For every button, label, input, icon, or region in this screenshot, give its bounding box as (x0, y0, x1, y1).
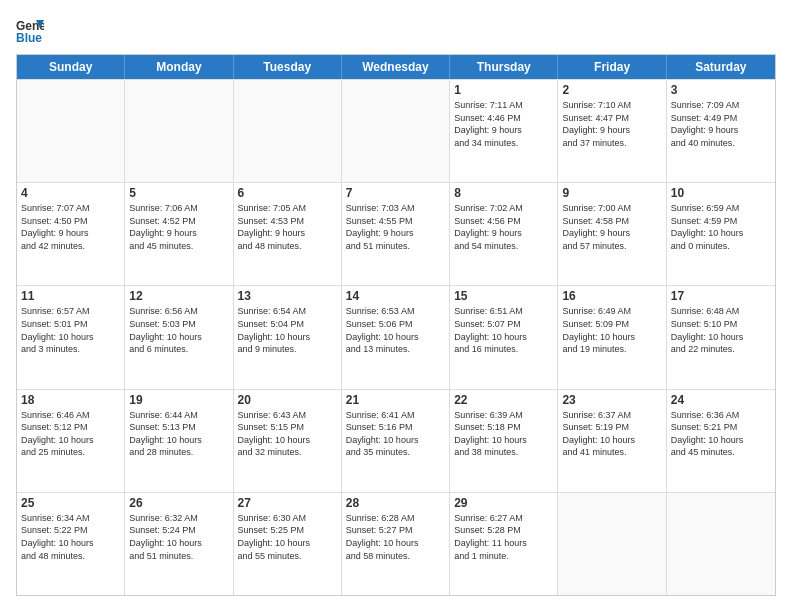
day-cell-23: 23Sunrise: 6:37 AM Sunset: 5:19 PM Dayli… (558, 390, 666, 492)
day-cell-3: 3Sunrise: 7:09 AM Sunset: 4:49 PM Daylig… (667, 80, 775, 182)
day-number: 7 (346, 186, 445, 200)
day-info: Sunrise: 6:27 AM Sunset: 5:28 PM Dayligh… (454, 512, 553, 562)
logo-icon: General Blue (16, 16, 44, 44)
calendar-row-1: 1Sunrise: 7:11 AM Sunset: 4:46 PM Daylig… (17, 79, 775, 182)
day-info: Sunrise: 6:43 AM Sunset: 5:15 PM Dayligh… (238, 409, 337, 459)
day-info: Sunrise: 7:10 AM Sunset: 4:47 PM Dayligh… (562, 99, 661, 149)
day-cell-25: 25Sunrise: 6:34 AM Sunset: 5:22 PM Dayli… (17, 493, 125, 595)
day-info: Sunrise: 6:34 AM Sunset: 5:22 PM Dayligh… (21, 512, 120, 562)
day-info: Sunrise: 6:41 AM Sunset: 5:16 PM Dayligh… (346, 409, 445, 459)
svg-text:Blue: Blue (16, 31, 42, 44)
day-info: Sunrise: 6:53 AM Sunset: 5:06 PM Dayligh… (346, 305, 445, 355)
day-cell-20: 20Sunrise: 6:43 AM Sunset: 5:15 PM Dayli… (234, 390, 342, 492)
day-number: 28 (346, 496, 445, 510)
calendar-row-2: 4Sunrise: 7:07 AM Sunset: 4:50 PM Daylig… (17, 182, 775, 285)
calendar-body: 1Sunrise: 7:11 AM Sunset: 4:46 PM Daylig… (17, 79, 775, 595)
day-number: 16 (562, 289, 661, 303)
day-cell-8: 8Sunrise: 7:02 AM Sunset: 4:56 PM Daylig… (450, 183, 558, 285)
day-cell-19: 19Sunrise: 6:44 AM Sunset: 5:13 PM Dayli… (125, 390, 233, 492)
day-cell-17: 17Sunrise: 6:48 AM Sunset: 5:10 PM Dayli… (667, 286, 775, 388)
day-cell-2: 2Sunrise: 7:10 AM Sunset: 4:47 PM Daylig… (558, 80, 666, 182)
calendar: SundayMondayTuesdayWednesdayThursdayFrid… (16, 54, 776, 596)
day-cell-28: 28Sunrise: 6:28 AM Sunset: 5:27 PM Dayli… (342, 493, 450, 595)
day-info: Sunrise: 7:03 AM Sunset: 4:55 PM Dayligh… (346, 202, 445, 252)
day-cell-7: 7Sunrise: 7:03 AM Sunset: 4:55 PM Daylig… (342, 183, 450, 285)
header: General Blue (16, 16, 776, 44)
day-cell-6: 6Sunrise: 7:05 AM Sunset: 4:53 PM Daylig… (234, 183, 342, 285)
day-number: 26 (129, 496, 228, 510)
day-info: Sunrise: 6:44 AM Sunset: 5:13 PM Dayligh… (129, 409, 228, 459)
calendar-row-4: 18Sunrise: 6:46 AM Sunset: 5:12 PM Dayli… (17, 389, 775, 492)
day-number: 29 (454, 496, 553, 510)
day-info: Sunrise: 6:51 AM Sunset: 5:07 PM Dayligh… (454, 305, 553, 355)
page: General Blue SundayMondayTuesdayWednesda… (0, 0, 792, 612)
day-info: Sunrise: 7:06 AM Sunset: 4:52 PM Dayligh… (129, 202, 228, 252)
day-number: 14 (346, 289, 445, 303)
day-cell-24: 24Sunrise: 6:36 AM Sunset: 5:21 PM Dayli… (667, 390, 775, 492)
weekday-header-friday: Friday (558, 55, 666, 79)
day-number: 20 (238, 393, 337, 407)
day-cell-13: 13Sunrise: 6:54 AM Sunset: 5:04 PM Dayli… (234, 286, 342, 388)
day-cell-1: 1Sunrise: 7:11 AM Sunset: 4:46 PM Daylig… (450, 80, 558, 182)
day-info: Sunrise: 6:59 AM Sunset: 4:59 PM Dayligh… (671, 202, 771, 252)
day-cell-15: 15Sunrise: 6:51 AM Sunset: 5:07 PM Dayli… (450, 286, 558, 388)
weekday-header-saturday: Saturday (667, 55, 775, 79)
day-number: 24 (671, 393, 771, 407)
day-cell-9: 9Sunrise: 7:00 AM Sunset: 4:58 PM Daylig… (558, 183, 666, 285)
calendar-row-3: 11Sunrise: 6:57 AM Sunset: 5:01 PM Dayli… (17, 285, 775, 388)
day-number: 25 (21, 496, 120, 510)
day-number: 27 (238, 496, 337, 510)
day-number: 5 (129, 186, 228, 200)
day-cell-29: 29Sunrise: 6:27 AM Sunset: 5:28 PM Dayli… (450, 493, 558, 595)
empty-cell-r0c0 (17, 80, 125, 182)
day-number: 4 (21, 186, 120, 200)
day-info: Sunrise: 7:09 AM Sunset: 4:49 PM Dayligh… (671, 99, 771, 149)
day-number: 22 (454, 393, 553, 407)
day-cell-27: 27Sunrise: 6:30 AM Sunset: 5:25 PM Dayli… (234, 493, 342, 595)
day-cell-26: 26Sunrise: 6:32 AM Sunset: 5:24 PM Dayli… (125, 493, 233, 595)
day-cell-4: 4Sunrise: 7:07 AM Sunset: 4:50 PM Daylig… (17, 183, 125, 285)
weekday-header-monday: Monday (125, 55, 233, 79)
day-number: 13 (238, 289, 337, 303)
day-info: Sunrise: 7:00 AM Sunset: 4:58 PM Dayligh… (562, 202, 661, 252)
day-number: 9 (562, 186, 661, 200)
day-info: Sunrise: 6:32 AM Sunset: 5:24 PM Dayligh… (129, 512, 228, 562)
day-cell-21: 21Sunrise: 6:41 AM Sunset: 5:16 PM Dayli… (342, 390, 450, 492)
day-cell-22: 22Sunrise: 6:39 AM Sunset: 5:18 PM Dayli… (450, 390, 558, 492)
weekday-header-tuesday: Tuesday (234, 55, 342, 79)
day-info: Sunrise: 6:57 AM Sunset: 5:01 PM Dayligh… (21, 305, 120, 355)
day-info: Sunrise: 6:48 AM Sunset: 5:10 PM Dayligh… (671, 305, 771, 355)
day-number: 1 (454, 83, 553, 97)
day-cell-5: 5Sunrise: 7:06 AM Sunset: 4:52 PM Daylig… (125, 183, 233, 285)
day-info: Sunrise: 6:54 AM Sunset: 5:04 PM Dayligh… (238, 305, 337, 355)
day-info: Sunrise: 6:49 AM Sunset: 5:09 PM Dayligh… (562, 305, 661, 355)
weekday-header-thursday: Thursday (450, 55, 558, 79)
day-info: Sunrise: 6:28 AM Sunset: 5:27 PM Dayligh… (346, 512, 445, 562)
day-number: 3 (671, 83, 771, 97)
day-number: 15 (454, 289, 553, 303)
empty-cell-r0c2 (234, 80, 342, 182)
calendar-header: SundayMondayTuesdayWednesdayThursdayFrid… (17, 55, 775, 79)
logo: General Blue (16, 16, 48, 44)
day-info: Sunrise: 6:36 AM Sunset: 5:21 PM Dayligh… (671, 409, 771, 459)
day-info: Sunrise: 6:46 AM Sunset: 5:12 PM Dayligh… (21, 409, 120, 459)
day-cell-10: 10Sunrise: 6:59 AM Sunset: 4:59 PM Dayli… (667, 183, 775, 285)
day-info: Sunrise: 7:05 AM Sunset: 4:53 PM Dayligh… (238, 202, 337, 252)
day-info: Sunrise: 7:07 AM Sunset: 4:50 PM Dayligh… (21, 202, 120, 252)
day-number: 8 (454, 186, 553, 200)
weekday-header-wednesday: Wednesday (342, 55, 450, 79)
day-info: Sunrise: 6:37 AM Sunset: 5:19 PM Dayligh… (562, 409, 661, 459)
day-info: Sunrise: 6:30 AM Sunset: 5:25 PM Dayligh… (238, 512, 337, 562)
day-info: Sunrise: 7:11 AM Sunset: 4:46 PM Dayligh… (454, 99, 553, 149)
weekday-header-sunday: Sunday (17, 55, 125, 79)
day-cell-12: 12Sunrise: 6:56 AM Sunset: 5:03 PM Dayli… (125, 286, 233, 388)
day-number: 19 (129, 393, 228, 407)
day-cell-18: 18Sunrise: 6:46 AM Sunset: 5:12 PM Dayli… (17, 390, 125, 492)
day-info: Sunrise: 7:02 AM Sunset: 4:56 PM Dayligh… (454, 202, 553, 252)
day-info: Sunrise: 6:39 AM Sunset: 5:18 PM Dayligh… (454, 409, 553, 459)
day-number: 6 (238, 186, 337, 200)
day-number: 10 (671, 186, 771, 200)
day-cell-11: 11Sunrise: 6:57 AM Sunset: 5:01 PM Dayli… (17, 286, 125, 388)
empty-cell-r0c3 (342, 80, 450, 182)
day-number: 2 (562, 83, 661, 97)
